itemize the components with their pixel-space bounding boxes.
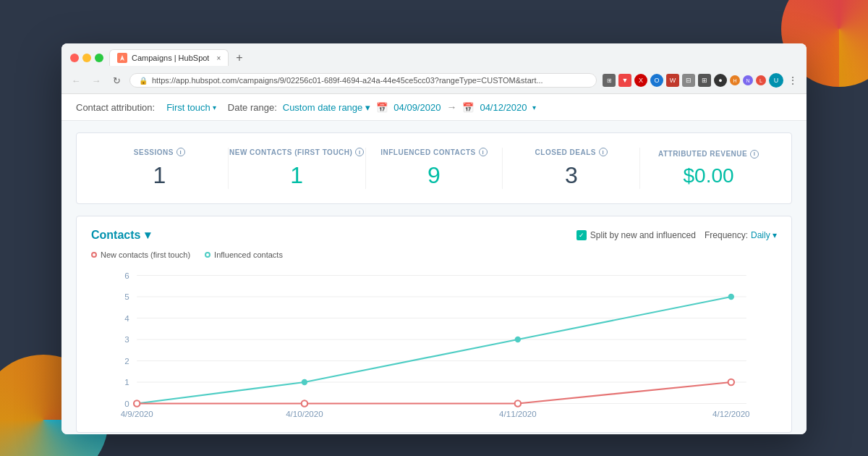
date-start[interactable]: 04/09/2020 <box>393 102 441 113</box>
date-range-section: Date range: Custom date range ▾ 📅 04/09/… <box>228 101 537 113</box>
influenced-contacts-info-icon[interactable]: i <box>479 148 488 156</box>
svg-text:3: 3 <box>124 335 129 344</box>
chart-svg: 0 1 2 3 4 5 6 <box>91 268 777 421</box>
browser-content: Contact attribution: First touch ▾ Date … <box>61 94 807 434</box>
chart-legend: New contacts (first touch) Influenced co… <box>91 250 777 259</box>
stat-attributed-revenue-value: $0.00 <box>640 164 777 187</box>
traffic-light-minimize[interactable] <box>82 54 91 62</box>
browser-tab-active[interactable]: Campaigns | HubSpot × <box>109 49 229 66</box>
legend-dot-new-contacts <box>91 252 97 258</box>
chart-wrapper: 0 1 2 3 4 5 6 <box>91 268 777 421</box>
ext-button-9[interactable]: H <box>730 75 740 85</box>
revenue-info-icon[interactable]: i <box>750 150 759 159</box>
contact-attribution-chevron: ▾ <box>213 104 216 111</box>
svg-text:4/12/2020: 4/12/2020 <box>712 410 750 418</box>
legend-influenced-contacts: Influenced contacts <box>205 250 283 259</box>
stat-influenced-contacts: INFLUENCED CONTACTS i 9 <box>366 148 503 189</box>
ext-button-10[interactable]: N <box>743 75 753 85</box>
traffic-lights <box>70 54 103 62</box>
svg-text:2: 2 <box>124 357 129 366</box>
tab-close-button[interactable]: × <box>216 54 221 62</box>
date-separator: → <box>446 101 456 113</box>
browser-titlebar: Campaigns | HubSpot × + <box>61 43 807 70</box>
ext-button-5[interactable]: W <box>666 74 679 87</box>
teal-point-3 <box>728 294 734 300</box>
chart-section: Contacts ▾ ✓ Split by new and influenced… <box>76 216 792 433</box>
chart-title-button[interactable]: Contacts ▾ <box>91 228 150 242</box>
browser-extensions: ⊞ ▼ X O W ⊟ ⊞ ● H N L U ⋮ <box>603 73 799 88</box>
ext-button-1[interactable]: ⊞ <box>603 74 616 87</box>
stat-influenced-contacts-value: 9 <box>366 162 503 189</box>
stat-new-contacts-value: 1 <box>229 162 365 189</box>
calendar-icon-start: 📅 <box>376 102 388 113</box>
date-end[interactable]: 04/12/2020 <box>480 102 527 113</box>
ext-button-11[interactable]: L <box>756 75 766 85</box>
pink-point-1 <box>302 400 307 406</box>
ext-button-4[interactable]: O <box>650 74 663 87</box>
ext-button-6[interactable]: ⊟ <box>682 74 695 87</box>
url-text: https://app.hubspot.com/campaigns/9/0225… <box>152 76 543 85</box>
ext-button-3[interactable]: X <box>634 74 647 87</box>
date-range-label: Date range: <box>228 102 277 113</box>
split-checkbox[interactable]: ✓ Split by new and influenced <box>576 230 696 240</box>
freq-label: Frequency: <box>705 230 748 240</box>
ext-button-kebab[interactable]: ⋮ <box>786 74 799 87</box>
svg-text:5: 5 <box>124 292 129 301</box>
freq-value-text: Daily <box>751 230 770 240</box>
tab-bar: Campaigns | HubSpot × + <box>109 49 798 66</box>
split-label: Split by new and influenced <box>590 230 696 240</box>
legend-dot-influenced-contacts <box>205 252 210 258</box>
date-range-value: Custom date range <box>283 102 363 113</box>
pink-point-2 <box>515 400 521 406</box>
stat-new-contacts: NEW CONTACTS (FIRST TOUCH) i 1 <box>229 148 366 189</box>
stat-closed-deals-label: CLOSED DEALS i <box>503 148 639 156</box>
closed-deals-info-icon[interactable]: i <box>599 148 608 156</box>
stat-sessions-value: 1 <box>91 162 228 189</box>
stat-attributed-revenue: ATTRIBUTED REVENUE i $0.00 <box>640 150 777 187</box>
legend-label-new-contacts: New contacts (first touch) <box>101 250 190 259</box>
teal-point-1 <box>302 379 307 385</box>
date-range-dropdown[interactable]: Custom date range ▾ <box>283 102 371 113</box>
stat-sessions: SESSIONS i 1 <box>91 148 229 189</box>
sessions-info-icon[interactable]: i <box>176 148 185 156</box>
freq-dropdown[interactable]: Daily ▾ <box>751 230 777 240</box>
stats-container: SESSIONS i 1 NEW CONTACTS (FIRST TOUCH) … <box>76 132 792 204</box>
back-button[interactable]: ← <box>69 73 83 88</box>
svg-text:6: 6 <box>124 271 129 280</box>
browser-addressbar: ← → ↻ 🔒 https://app.hubspot.com/campaign… <box>61 70 807 93</box>
contact-attribution-value: First touch <box>166 102 210 113</box>
calendar-icon-end: 📅 <box>462 102 474 113</box>
teal-point-2 <box>515 337 521 342</box>
chart-title-text: Contacts <box>91 229 140 242</box>
stat-closed-deals-value: 3 <box>503 162 639 189</box>
svg-text:0: 0 <box>124 400 129 408</box>
new-contacts-info-icon[interactable]: i <box>355 148 364 156</box>
chart-header: Contacts ▾ ✓ Split by new and influenced… <box>91 228 777 242</box>
forward-button[interactable]: → <box>89 73 103 88</box>
ext-button-12[interactable]: U <box>769 73 783 88</box>
stat-attributed-revenue-label: ATTRIBUTED REVENUE i <box>640 150 777 159</box>
traffic-light-close[interactable] <box>70 54 79 62</box>
stat-sessions-label: SESSIONS i <box>91 148 228 156</box>
stat-closed-deals: CLOSED DEALS i 3 <box>503 148 640 189</box>
ext-button-7[interactable]: ⊞ <box>698 74 711 87</box>
reload-button[interactable]: ↻ <box>109 73 124 88</box>
frequency-control: Frequency: Daily ▾ <box>705 230 777 240</box>
tab-favicon <box>117 53 127 63</box>
stat-new-contacts-label: NEW CONTACTS (FIRST TOUCH) i <box>229 148 365 156</box>
ext-button-2[interactable]: ▼ <box>618 74 631 87</box>
svg-text:4/10/2020: 4/10/2020 <box>286 410 323 418</box>
legend-label-influenced-contacts: Influenced contacts <box>214 250 283 259</box>
browser-chrome: Campaigns | HubSpot × + ← → ↻ 🔒 https://… <box>61 43 807 94</box>
new-tab-button[interactable]: + <box>231 50 247 66</box>
date-range-chevron: ▾ <box>365 102 370 113</box>
tab-label: Campaigns | HubSpot <box>132 54 209 62</box>
address-bar[interactable]: 🔒 https://app.hubspot.com/campaigns/9/02… <box>129 73 597 88</box>
svg-text:1: 1 <box>124 378 129 387</box>
traffic-light-maximize[interactable] <box>95 54 103 62</box>
pink-point-3 <box>728 379 734 385</box>
chart-controls: ✓ Split by new and influenced Frequency:… <box>576 230 777 240</box>
contact-attribution-dropdown[interactable]: First touch ▾ <box>166 102 216 113</box>
date-end-chevron: ▾ <box>532 104 536 111</box>
ext-button-8[interactable]: ● <box>714 74 727 87</box>
